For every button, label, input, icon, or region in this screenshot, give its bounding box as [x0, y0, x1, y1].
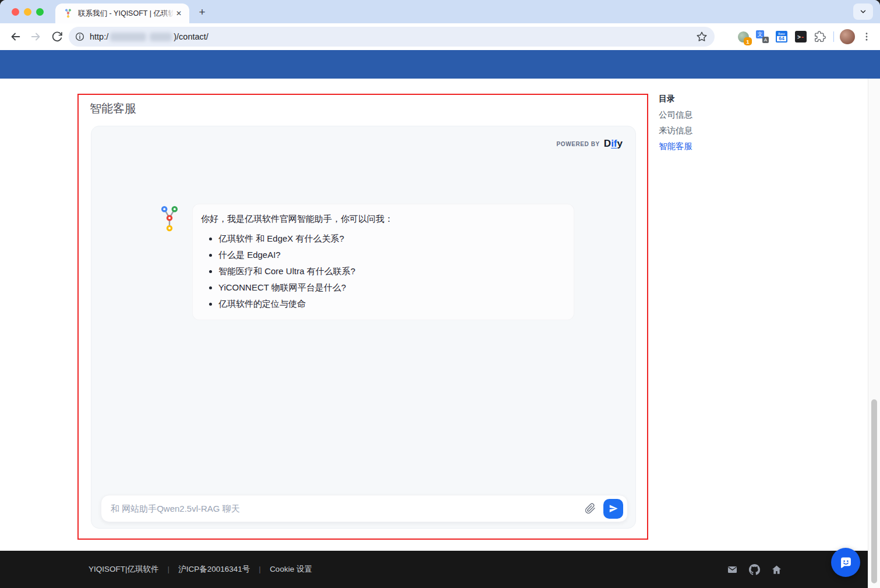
minimize-window-button[interactable] — [24, 8, 31, 16]
bot-message-bubble: 你好，我是亿琪软件官网智能助手，你可以问我： 亿琪软件 和 EdgeX 有什么关… — [192, 204, 574, 320]
attach-file-button[interactable] — [581, 500, 599, 518]
forward-arrow-icon — [30, 30, 43, 43]
bot-avatar-icon — [160, 205, 179, 233]
footer-separator: ｜ — [256, 565, 263, 575]
extension-badge: 1 — [744, 37, 752, 45]
browser-window: 联系我们 - YIQISOFT | 亿琪软件 ✕ + http:/ )/cont… — [0, 0, 880, 588]
suggested-question[interactable]: 智能医疗和 Core Ultra 有什么联系? — [218, 263, 563, 279]
back-button[interactable] — [6, 27, 24, 46]
base64-bottom-label: 64 — [777, 36, 786, 41]
bookmark-star-icon[interactable] — [696, 31, 708, 42]
url-text: http:/ )/contact/ — [90, 32, 696, 41]
page-content: 智能客服 POWERED BY Dify 你好，我是亿琪软件官网智能 — [0, 79, 880, 551]
highlighted-section: 智能客服 POWERED BY Dify 你好，我是亿琪软件官网智能 — [77, 94, 648, 540]
bot-greeting: 你好，我是亿琪软件官网智能助手，你可以问我： — [201, 212, 563, 226]
powered-by: POWERED BY Dify — [557, 138, 623, 150]
dify-logo[interactable]: Dify — [604, 138, 623, 150]
browser-tab[interactable]: 联系我们 - YIQISOFT | 亿琪软件 ✕ — [55, 3, 189, 23]
suggested-questions-list: 亿琪软件 和 EdgeX 有什么关系? 什么是 EdgeAI? 智能医疗和 Co… — [201, 231, 563, 312]
extensions-menu-button[interactable] — [812, 29, 828, 44]
url-redacted-host — [110, 33, 146, 41]
dify-d: D — [604, 138, 611, 149]
site-footer: YIQISOFT|亿琪软件 ｜ 沪ICP备20016341号 ｜ Cookie … — [0, 551, 880, 588]
reload-icon — [51, 31, 63, 42]
home-icon[interactable] — [771, 564, 782, 575]
profile-avatar[interactable] — [840, 29, 855, 44]
extensions-area: 1 文 A Base 64 >- — [736, 27, 874, 47]
suggested-question[interactable]: YiCONNECT 物联网平台是什么? — [218, 279, 563, 296]
toc-item-visit-info[interactable]: 来访信息 — [659, 125, 734, 136]
address-bar[interactable]: http:/ )/contact/ — [69, 27, 715, 47]
footer-site-name: YIQISOFT|亿琪软件 — [89, 564, 159, 575]
tab-strip: 联系我们 - YIQISOFT | 亿琪软件 ✕ + — [0, 0, 880, 23]
tab-title: 联系我们 - YIQISOFT | 亿琪软件 — [78, 9, 173, 19]
chatbot-panel: POWERED BY Dify 你好，我是亿琪软件官网智能助手，你可以问我： — [91, 126, 636, 529]
extension-session-icon[interactable]: 1 — [736, 29, 751, 44]
send-message-button[interactable] — [603, 499, 623, 519]
avatar-image — [840, 29, 855, 44]
new-tab-button[interactable]: + — [195, 5, 210, 20]
puzzle-icon — [814, 31, 826, 42]
window-controls — [12, 8, 44, 16]
kebab-menu-icon — [861, 31, 872, 42]
suggested-question[interactable]: 亿琪软件的定位与使命 — [218, 296, 563, 312]
chat-message-input[interactable] — [111, 504, 581, 513]
footer-icons — [727, 551, 782, 588]
terminal-dash: - — [801, 34, 804, 40]
github-icon[interactable] — [749, 564, 760, 575]
bot-message-row: 你好，我是亿琪软件官网智能助手，你可以问我： 亿琪软件 和 EdgeX 有什么关… — [160, 204, 574, 320]
forward-button[interactable] — [27, 27, 45, 46]
terminal-icon: >- — [795, 31, 807, 42]
page-scrollbar-track — [868, 79, 880, 588]
tab-favicon-icon — [63, 9, 73, 18]
chat-widget-button[interactable] — [831, 548, 860, 577]
toc-title: 目录 — [659, 93, 734, 104]
reload-button[interactable] — [48, 27, 66, 46]
back-arrow-icon — [9, 30, 22, 43]
chat-bubble-smiley-icon — [838, 555, 854, 571]
tab-close-icon[interactable]: ✕ — [173, 8, 185, 19]
tab-title-fade — [161, 8, 174, 20]
suggested-question[interactable]: 什么是 EdgeAI? — [218, 247, 563, 263]
base64-extension-icon[interactable]: Base 64 — [774, 29, 789, 44]
chrome-menu-button[interactable] — [859, 29, 874, 44]
site-navbar: YIQISOFT 亿琪软件 联系我们 文 A — [0, 50, 880, 79]
fullscreen-window-button[interactable] — [36, 8, 44, 16]
send-icon — [609, 504, 619, 513]
dify-y: y — [617, 138, 623, 149]
site-info-icon[interactable] — [75, 31, 85, 42]
section-heading: 智能客服 — [90, 101, 136, 116]
url-prefix: http:/ — [90, 32, 108, 41]
table-of-contents: 目录 公司信息 来访信息 智能客服 — [659, 93, 734, 151]
email-icon[interactable] — [727, 564, 738, 575]
terminal-extension-icon[interactable]: >- — [793, 29, 808, 44]
chevron-down-icon — [859, 8, 867, 16]
url-redacted-port — [150, 33, 172, 41]
powered-by-label: POWERED BY — [557, 141, 600, 147]
footer-separator: ｜ — [165, 565, 172, 575]
browser-toolbar: http:/ )/contact/ 1 文 A Base 64 — [0, 23, 880, 50]
footer-icp-link[interactable]: 沪ICP备20016341号 — [178, 564, 250, 575]
footer-text: YIQISOFT|亿琪软件 ｜ 沪ICP备20016341号 ｜ Cookie … — [89, 564, 312, 575]
toc-item-smart-service[interactable]: 智能客服 — [659, 141, 734, 151]
close-window-button[interactable] — [12, 8, 19, 16]
toolbar-divider — [833, 31, 834, 42]
base64-icon: Base 64 — [776, 31, 787, 42]
suggested-question[interactable]: 亿琪软件 和 EdgeX 有什么关系? — [218, 231, 563, 247]
google-translate-extension-icon[interactable]: 文 A — [755, 29, 770, 44]
toc-item-company-info[interactable]: 公司信息 — [659, 109, 734, 120]
footer-cookie-settings-link[interactable]: Cookie 设置 — [270, 564, 312, 575]
chat-input-bar — [101, 495, 628, 522]
tab-search-chevron-button[interactable] — [853, 3, 873, 20]
dify-if: if — [611, 138, 617, 149]
translate-latin-glyph: A — [762, 37, 769, 43]
page-scrollbar-thumb[interactable] — [871, 399, 877, 583]
paperclip-icon — [585, 503, 596, 514]
url-suffix: )/contact/ — [174, 32, 208, 41]
